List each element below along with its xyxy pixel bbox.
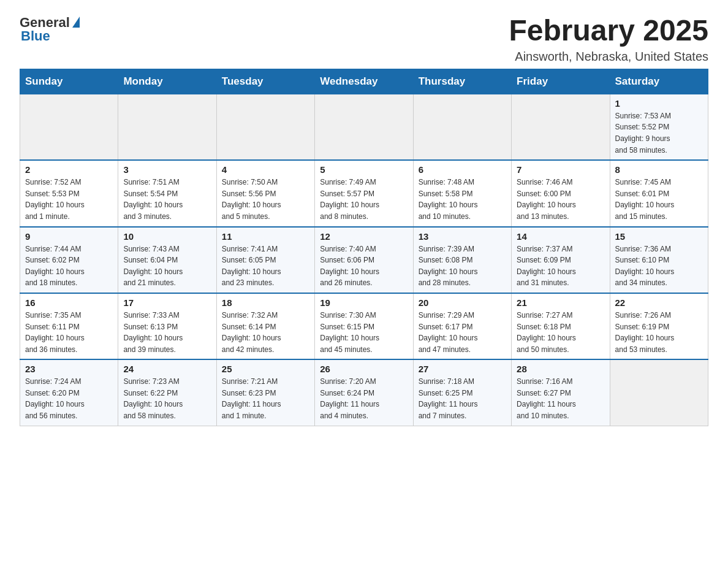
day-number: 5	[320, 164, 408, 175]
calendar-cell: 28Sunrise: 7:16 AM Sunset: 6:27 PM Dayli…	[512, 359, 610, 426]
logo: General Blue	[20, 15, 80, 44]
day-number: 9	[25, 231, 113, 242]
day-info: Sunrise: 7:29 AM Sunset: 6:17 PM Dayligh…	[419, 310, 506, 355]
calendar-cell: 4Sunrise: 7:50 AM Sunset: 5:56 PM Daylig…	[216, 160, 314, 226]
day-number: 23	[25, 364, 113, 374]
calendar-header-row: SundayMondayTuesdayWednesdayThursdayFrid…	[20, 69, 708, 94]
day-number: 28	[517, 364, 604, 374]
day-info: Sunrise: 7:27 AM Sunset: 6:18 PM Dayligh…	[517, 310, 604, 355]
day-number: 11	[222, 231, 309, 242]
day-number: 17	[123, 297, 211, 308]
calendar-cell: 24Sunrise: 7:23 AM Sunset: 6:22 PM Dayli…	[118, 359, 216, 426]
day-info: Sunrise: 7:23 AM Sunset: 6:22 PM Dayligh…	[123, 376, 211, 421]
day-info: Sunrise: 7:32 AM Sunset: 6:14 PM Dayligh…	[222, 310, 309, 355]
month-title: February 2025	[509, 15, 708, 47]
calendar-header-sunday: Sunday	[20, 69, 118, 94]
day-number: 20	[419, 297, 506, 308]
day-number: 24	[123, 364, 211, 374]
calendar-week-row: 1Sunrise: 7:53 AM Sunset: 5:52 PM Daylig…	[20, 94, 708, 160]
title-block: February 2025 Ainsworth, Nebraska, Unite…	[509, 15, 708, 64]
calendar-cell: 12Sunrise: 7:40 AM Sunset: 6:06 PM Dayli…	[315, 227, 413, 293]
day-info: Sunrise: 7:49 AM Sunset: 5:57 PM Dayligh…	[320, 177, 408, 222]
calendar-cell: 19Sunrise: 7:30 AM Sunset: 6:15 PM Dayli…	[315, 293, 413, 359]
day-info: Sunrise: 7:43 AM Sunset: 6:04 PM Dayligh…	[123, 243, 211, 289]
calendar-header-saturday: Saturday	[610, 69, 708, 94]
day-number: 13	[419, 231, 506, 242]
day-number: 2	[25, 164, 113, 175]
calendar-table: SundayMondayTuesdayWednesdayThursdayFrid…	[20, 69, 708, 426]
calendar-cell	[610, 359, 708, 426]
day-info: Sunrise: 7:45 AM Sunset: 6:01 PM Dayligh…	[615, 177, 703, 222]
calendar-cell	[20, 94, 118, 160]
calendar-header-tuesday: Tuesday	[216, 69, 314, 94]
calendar-cell: 7Sunrise: 7:46 AM Sunset: 6:00 PM Daylig…	[512, 160, 610, 226]
day-info: Sunrise: 7:18 AM Sunset: 6:25 PM Dayligh…	[419, 376, 506, 421]
calendar-cell: 25Sunrise: 7:21 AM Sunset: 6:23 PM Dayli…	[216, 359, 314, 426]
calendar-cell: 6Sunrise: 7:48 AM Sunset: 5:58 PM Daylig…	[413, 160, 511, 226]
calendar-cell: 23Sunrise: 7:24 AM Sunset: 6:20 PM Dayli…	[20, 359, 118, 426]
day-info: Sunrise: 7:51 AM Sunset: 5:54 PM Dayligh…	[123, 177, 211, 222]
calendar-header-monday: Monday	[118, 69, 216, 94]
calendar-header-thursday: Thursday	[413, 69, 511, 94]
calendar-cell: 14Sunrise: 7:37 AM Sunset: 6:09 PM Dayli…	[512, 227, 610, 293]
day-info: Sunrise: 7:39 AM Sunset: 6:08 PM Dayligh…	[419, 243, 506, 289]
calendar-header-wednesday: Wednesday	[315, 69, 413, 94]
calendar-cell	[315, 94, 413, 160]
calendar-cell: 8Sunrise: 7:45 AM Sunset: 6:01 PM Daylig…	[610, 160, 708, 226]
location-text: Ainsworth, Nebraska, United States	[509, 50, 708, 64]
day-info: Sunrise: 7:36 AM Sunset: 6:10 PM Dayligh…	[615, 243, 703, 289]
day-info: Sunrise: 7:37 AM Sunset: 6:09 PM Dayligh…	[517, 243, 604, 289]
day-number: 16	[25, 297, 113, 308]
day-number: 1	[615, 98, 703, 109]
day-number: 15	[615, 231, 703, 242]
day-number: 18	[222, 297, 309, 308]
day-info: Sunrise: 7:46 AM Sunset: 6:00 PM Dayligh…	[517, 177, 604, 222]
calendar-cell: 10Sunrise: 7:43 AM Sunset: 6:04 PM Dayli…	[118, 227, 216, 293]
calendar-cell: 18Sunrise: 7:32 AM Sunset: 6:14 PM Dayli…	[216, 293, 314, 359]
day-info: Sunrise: 7:33 AM Sunset: 6:13 PM Dayligh…	[123, 310, 211, 355]
day-number: 7	[517, 164, 604, 175]
calendar-cell	[216, 94, 314, 160]
calendar-cell: 22Sunrise: 7:26 AM Sunset: 6:19 PM Dayli…	[610, 293, 708, 359]
calendar-cell: 21Sunrise: 7:27 AM Sunset: 6:18 PM Dayli…	[512, 293, 610, 359]
calendar-cell: 5Sunrise: 7:49 AM Sunset: 5:57 PM Daylig…	[315, 160, 413, 226]
day-number: 12	[320, 231, 408, 242]
calendar-cell: 11Sunrise: 7:41 AM Sunset: 6:05 PM Dayli…	[216, 227, 314, 293]
calendar-cell	[413, 94, 511, 160]
calendar-week-row: 16Sunrise: 7:35 AM Sunset: 6:11 PM Dayli…	[20, 293, 708, 359]
calendar-cell: 3Sunrise: 7:51 AM Sunset: 5:54 PM Daylig…	[118, 160, 216, 226]
day-number: 6	[419, 164, 506, 175]
logo-blue-text: Blue	[21, 28, 50, 44]
day-info: Sunrise: 7:50 AM Sunset: 5:56 PM Dayligh…	[222, 177, 309, 222]
day-number: 25	[222, 364, 309, 374]
day-number: 3	[123, 164, 211, 175]
calendar-header-friday: Friday	[512, 69, 610, 94]
day-info: Sunrise: 7:41 AM Sunset: 6:05 PM Dayligh…	[222, 243, 309, 289]
calendar-cell: 20Sunrise: 7:29 AM Sunset: 6:17 PM Dayli…	[413, 293, 511, 359]
day-number: 21	[517, 297, 604, 308]
day-number: 14	[517, 231, 604, 242]
day-number: 19	[320, 297, 408, 308]
calendar-cell: 27Sunrise: 7:18 AM Sunset: 6:25 PM Dayli…	[413, 359, 511, 426]
day-info: Sunrise: 7:24 AM Sunset: 6:20 PM Dayligh…	[25, 376, 113, 421]
calendar-cell: 15Sunrise: 7:36 AM Sunset: 6:10 PM Dayli…	[610, 227, 708, 293]
day-number: 26	[320, 364, 408, 374]
day-number: 4	[222, 164, 309, 175]
day-info: Sunrise: 7:26 AM Sunset: 6:19 PM Dayligh…	[615, 310, 703, 355]
calendar-week-row: 2Sunrise: 7:52 AM Sunset: 5:53 PM Daylig…	[20, 160, 708, 226]
calendar-cell: 17Sunrise: 7:33 AM Sunset: 6:13 PM Dayli…	[118, 293, 216, 359]
calendar-cell: 26Sunrise: 7:20 AM Sunset: 6:24 PM Dayli…	[315, 359, 413, 426]
calendar-cell: 13Sunrise: 7:39 AM Sunset: 6:08 PM Dayli…	[413, 227, 511, 293]
day-info: Sunrise: 7:40 AM Sunset: 6:06 PM Dayligh…	[320, 243, 408, 289]
calendar-week-row: 9Sunrise: 7:44 AM Sunset: 6:02 PM Daylig…	[20, 227, 708, 293]
day-number: 10	[123, 231, 211, 242]
calendar-cell: 2Sunrise: 7:52 AM Sunset: 5:53 PM Daylig…	[20, 160, 118, 226]
calendar-cell	[118, 94, 216, 160]
calendar-cell: 1Sunrise: 7:53 AM Sunset: 5:52 PM Daylig…	[610, 94, 708, 160]
day-info: Sunrise: 7:35 AM Sunset: 6:11 PM Dayligh…	[25, 310, 113, 355]
day-number: 27	[419, 364, 506, 374]
logo-triangle-icon	[72, 17, 80, 28]
day-number: 22	[615, 297, 703, 308]
day-info: Sunrise: 7:44 AM Sunset: 6:02 PM Dayligh…	[25, 243, 113, 289]
calendar-week-row: 23Sunrise: 7:24 AM Sunset: 6:20 PM Dayli…	[20, 359, 708, 426]
